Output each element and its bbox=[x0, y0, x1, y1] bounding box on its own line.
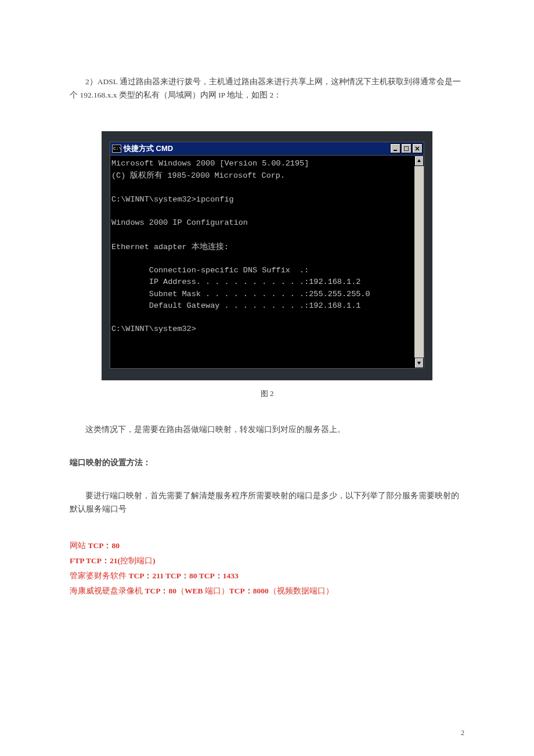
close-button[interactable] bbox=[412, 143, 423, 153]
paragraph-2: 这类情况下，是需要在路由器做端口映射，转发端口到对应的服务器上。 bbox=[70, 423, 464, 437]
port-value: TCP：211 TCP：80 TCP：1433 bbox=[127, 571, 239, 580]
cmd-line-cn: 版权所有 bbox=[130, 171, 163, 179]
paragraph-intro: 2）ADSL 通过路由器来进行拨号，主机通过路由器来进行共享上网，这种情况下主机… bbox=[70, 75, 464, 102]
cmd-window: C:\ 快捷方式 CMD Microsoft Windows 2000 [Ver… bbox=[110, 142, 424, 369]
cmd-line: IP Address. . . . . . . . . . . .:192.16… bbox=[111, 278, 360, 286]
cmd-line: 1985-2000 Microsoft Corp. bbox=[163, 171, 285, 180]
cmd-line: Windows 2000 IP Configuration bbox=[111, 218, 248, 227]
cmd-body: Microsoft Windows 2000 [Version 5.00.219… bbox=[110, 156, 424, 368]
figure-caption: 图 2 bbox=[70, 387, 464, 400]
port-note: （ bbox=[176, 586, 185, 595]
port-note: （视频数据端口） bbox=[269, 586, 334, 595]
cmd-line: Default Gateway . . . . . . . . .:192.16… bbox=[111, 301, 360, 310]
cmd-line: Ethernet adapter bbox=[111, 243, 192, 251]
port-line-guanjiapo: 管家婆财务软件 TCP：211 TCP：80 TCP：1433 bbox=[70, 570, 464, 583]
cmd-line: C:\WINNT\system32> bbox=[111, 325, 196, 333]
document-page: 2）ADSL 通过路由器来进行拨号，主机通过路由器来进行共享上网，这种情况下主机… bbox=[0, 0, 534, 756]
section-heading: 端口映射的设置方法： bbox=[70, 456, 464, 470]
port-line-website: 网站 TCP：80 bbox=[70, 539, 464, 553]
port-value: TCP：8000 bbox=[229, 586, 269, 595]
cmd-line: (C) bbox=[111, 171, 130, 180]
cmd-icon: C:\ bbox=[112, 145, 121, 153]
scroll-up-button[interactable] bbox=[414, 156, 424, 166]
port-label: 控制端口 bbox=[120, 556, 153, 565]
svg-marker-5 bbox=[417, 362, 421, 365]
port-note: 端口） bbox=[205, 586, 229, 595]
svg-rect-0 bbox=[394, 150, 397, 151]
cmd-line: C:\WINNT\system32>ipconfig bbox=[111, 195, 234, 204]
minimize-button[interactable] bbox=[390, 143, 400, 153]
cmd-screenshot-frame: C:\ 快捷方式 CMD Microsoft Windows 2000 [Ver… bbox=[102, 131, 432, 380]
svg-rect-1 bbox=[404, 146, 409, 151]
cmd-title-left: C:\ 快捷方式 CMD bbox=[112, 142, 173, 155]
maximize-button[interactable] bbox=[401, 143, 412, 153]
cmd-line: Microsoft Windows 2000 [Version 5.00.219… bbox=[111, 159, 309, 168]
cmd-line: Connection-specific DNS Suffix .: bbox=[111, 266, 309, 275]
port-label: 网站 bbox=[70, 541, 86, 550]
page-number: 2 bbox=[461, 727, 464, 739]
window-buttons bbox=[390, 143, 423, 153]
cmd-line: : bbox=[224, 243, 229, 251]
port-line-hikvision: 海康威视硬盘录像机 TCP：80（WEB 端口）TCP：8000（视频数据端口） bbox=[70, 585, 464, 598]
port-label: 海康威视硬盘录像机 bbox=[70, 586, 143, 595]
port-value: WEB bbox=[185, 586, 205, 595]
cmd-titlebar: C:\ 快捷方式 CMD bbox=[110, 142, 424, 156]
svg-marker-4 bbox=[417, 159, 421, 162]
port-value: TCP：80 bbox=[143, 586, 176, 595]
port-value: ) bbox=[153, 556, 156, 565]
port-label: 管家婆财务软件 bbox=[70, 571, 127, 580]
port-value: TCP：80 bbox=[86, 541, 120, 550]
cmd-line-cn: 本地连接 bbox=[192, 242, 224, 251]
scroll-track[interactable] bbox=[414, 166, 424, 358]
cmd-title-text: 快捷方式 CMD bbox=[124, 142, 173, 155]
cmd-line: Subnet Mask . . . . . . . . . . .:255.25… bbox=[111, 290, 370, 298]
cmd-scrollbar[interactable] bbox=[414, 156, 424, 368]
scroll-down-button[interactable] bbox=[414, 358, 424, 368]
port-line-ftp: FTP TCP：21(控制端口) bbox=[70, 555, 464, 568]
paragraph-3: 要进行端口映射，首先需要了解清楚服务程序所需要映射的端口是多少，以下列举了部分服… bbox=[70, 489, 464, 516]
port-value: FTP TCP：21( bbox=[70, 556, 120, 565]
